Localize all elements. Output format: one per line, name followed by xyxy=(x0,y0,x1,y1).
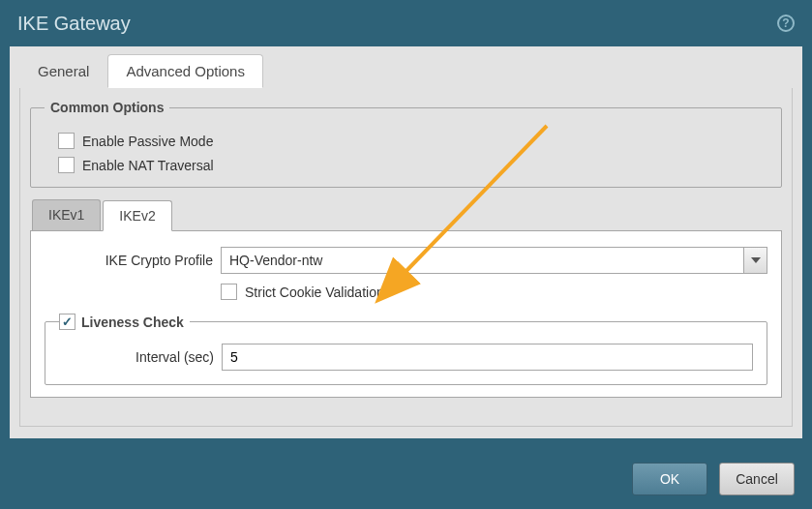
tab-advanced-options[interactable]: Advanced Options xyxy=(107,54,263,88)
enable-passive-mode-label: Enable Passive Mode xyxy=(82,134,213,149)
ike-version-tabstrip: IKEv1 IKEv2 xyxy=(32,199,782,230)
common-options-legend: Common Options xyxy=(45,100,169,115)
outer-tabstrip: General Advanced Options xyxy=(10,46,802,88)
liveness-check-legend: Liveness Check xyxy=(59,314,190,330)
liveness-check-group: Liveness Check Interval (sec) xyxy=(45,314,767,385)
enable-nat-traversal-label: Enable NAT Traversal xyxy=(82,158,214,173)
help-icon[interactable]: ? xyxy=(777,15,795,32)
enable-nat-traversal-row: Enable NAT Traversal xyxy=(58,157,767,173)
advanced-options-panel: Common Options Enable Passive Mode Enabl… xyxy=(19,88,793,427)
tab-ikev1[interactable]: IKEv1 xyxy=(32,199,101,230)
cancel-button[interactable]: Cancel xyxy=(719,463,795,495)
enable-passive-mode-checkbox[interactable] xyxy=(58,133,75,149)
ike-crypto-profile-select[interactable]: HQ-Vendor-ntw xyxy=(221,247,767,274)
liveness-check-checkbox[interactable] xyxy=(59,314,75,330)
strict-cookie-checkbox[interactable] xyxy=(221,284,237,300)
svg-marker-0 xyxy=(751,257,761,263)
common-options-group: Common Options Enable Passive Mode Enabl… xyxy=(30,100,782,188)
ike-crypto-profile-label: IKE Crypto Profile xyxy=(45,253,221,268)
tab-general[interactable]: General xyxy=(19,54,107,88)
interval-label: Interval (sec) xyxy=(59,349,222,365)
dialog-titlebar: IKE Gateway ? xyxy=(0,0,812,46)
tab-ikev2[interactable]: IKEv2 xyxy=(103,200,171,231)
strict-cookie-label: Strict Cookie Validation xyxy=(245,284,384,300)
ike-gateway-dialog: IKE Gateway ? General Advanced Options C… xyxy=(0,0,812,509)
dialog-content: General Advanced Options Common Options … xyxy=(10,46,802,438)
liveness-check-label: Liveness Check xyxy=(81,314,184,330)
enable-nat-traversal-checkbox[interactable] xyxy=(58,157,75,173)
dropdown-arrow-icon xyxy=(743,248,767,273)
ike-crypto-profile-value: HQ-Vendor-ntw xyxy=(229,253,322,268)
ok-button[interactable]: OK xyxy=(632,463,707,495)
dialog-title: IKE Gateway xyxy=(17,13,131,35)
ikev2-panel: IKE Crypto Profile HQ-Vendor-ntw Strict … xyxy=(30,230,782,398)
interval-row: Interval (sec) xyxy=(59,344,753,371)
strict-cookie-row: Strict Cookie Validation xyxy=(45,284,767,300)
dialog-button-row: OK Cancel xyxy=(632,463,795,495)
interval-input[interactable] xyxy=(222,344,753,371)
enable-passive-mode-row: Enable Passive Mode xyxy=(58,133,767,149)
ike-crypto-profile-row: IKE Crypto Profile HQ-Vendor-ntw xyxy=(45,247,767,274)
